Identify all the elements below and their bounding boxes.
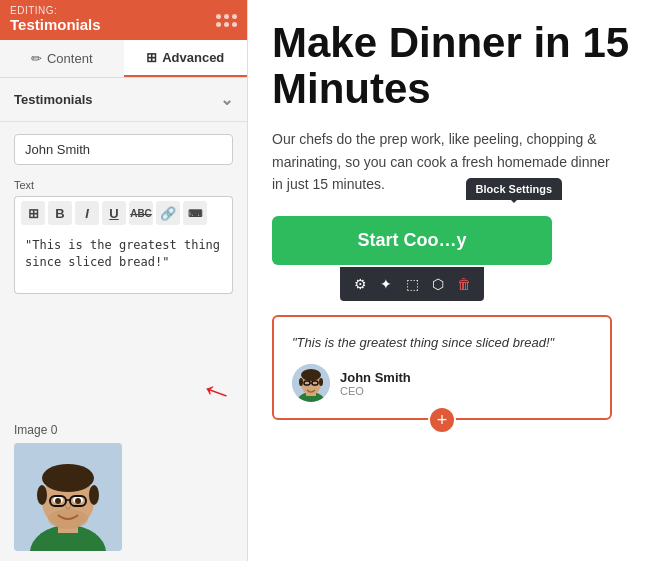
svg-point-4 — [42, 464, 94, 492]
svg-point-10 — [75, 498, 81, 504]
arrow-indicator: ← — [0, 365, 247, 413]
svg-point-21 — [319, 378, 323, 386]
right-panel: Make Dinner in 15 Minutes Our chefs do t… — [248, 0, 662, 561]
delete-icon-button[interactable]: 🗑 — [452, 272, 476, 296]
editing-bar: EDITING: Testimonials — [0, 0, 247, 40]
image-preview[interactable] — [14, 443, 122, 551]
editing-info: EDITING: Testimonials — [10, 6, 101, 34]
testimonial-card: "This is the greatest thing since sliced… — [272, 315, 612, 421]
text-field-label: Text — [14, 179, 233, 191]
cta-wrapper: Block Settings Start Coo…y ⚙ ✦ ⬚ ⬡ 🗑 — [272, 216, 552, 265]
tab-advanced[interactable]: ⊞ Advanced — [124, 40, 248, 77]
settings-icon-button[interactable]: ⚙ — [348, 272, 372, 296]
section-title: Testimonials — [14, 92, 93, 107]
testimonial-quote: "This is the greatest thing since sliced… — [292, 333, 592, 353]
editing-label: EDITING: — [10, 6, 101, 16]
svg-point-20 — [299, 378, 303, 386]
link-button[interactable]: 🔗 — [156, 201, 180, 225]
format-grid-button[interactable]: ⊞ — [21, 201, 45, 225]
chevron-down-icon: ⌄ — [220, 90, 233, 109]
text-toolbar: ⊞ B I U ABC 🔗 ⌨ — [14, 196, 233, 229]
image-section: Image 0 — [0, 413, 247, 561]
svg-point-5 — [37, 485, 47, 505]
bold-button[interactable]: B — [48, 201, 72, 225]
red-arrow-icon: ← — [194, 368, 240, 414]
section-header[interactable]: Testimonials ⌄ — [0, 78, 247, 122]
star-icon-button[interactable]: ✦ — [374, 272, 398, 296]
person-avatar — [292, 364, 330, 402]
quote-textarea[interactable]: "This is the greatest thing since sliced… — [14, 229, 233, 294]
tabs-row: ✏ Content ⊞ Advanced — [0, 40, 247, 78]
hero-title: Make Dinner in 15 Minutes — [272, 20, 638, 112]
editing-title: Testimonials — [10, 16, 101, 34]
duplicate-icon-button[interactable]: ⬚ — [400, 272, 424, 296]
svg-point-19 — [301, 369, 321, 381]
keyboard-button[interactable]: ⌨ — [183, 201, 207, 225]
person-name: John Smith — [340, 370, 411, 385]
person-image — [14, 443, 122, 551]
tab-content[interactable]: ✏ Content — [0, 40, 124, 77]
italic-button[interactable]: I — [75, 201, 99, 225]
pencil-icon: ✏ — [31, 51, 42, 66]
strikethrough-button[interactable]: ABC — [129, 201, 153, 225]
image-label: Image 0 — [14, 423, 233, 437]
cta-button[interactable]: Start Coo…y — [272, 216, 552, 265]
underline-button[interactable]: U — [102, 201, 126, 225]
block-toolbar: ⚙ ✦ ⬚ ⬡ 🗑 — [340, 267, 484, 301]
testimonial-person: John Smith CEO — [292, 364, 592, 402]
block-settings-popup: Block Settings — [466, 178, 562, 200]
left-panel: EDITING: Testimonials ✏ Content ⊞ Advanc… — [0, 0, 248, 561]
panel-content: Text ⊞ B I U ABC 🔗 ⌨ "This is the greate… — [0, 122, 247, 365]
svg-point-6 — [89, 485, 99, 505]
grid-menu-icon[interactable] — [216, 14, 237, 27]
move-icon-button[interactable]: ⬡ — [426, 272, 450, 296]
person-title: CEO — [340, 385, 411, 397]
svg-point-9 — [55, 498, 61, 504]
avatar-image — [292, 364, 330, 402]
person-info: John Smith CEO — [340, 370, 411, 397]
add-item-button[interactable]: + — [428, 406, 456, 434]
name-input[interactable] — [14, 134, 233, 165]
grid-icon: ⊞ — [146, 50, 157, 65]
